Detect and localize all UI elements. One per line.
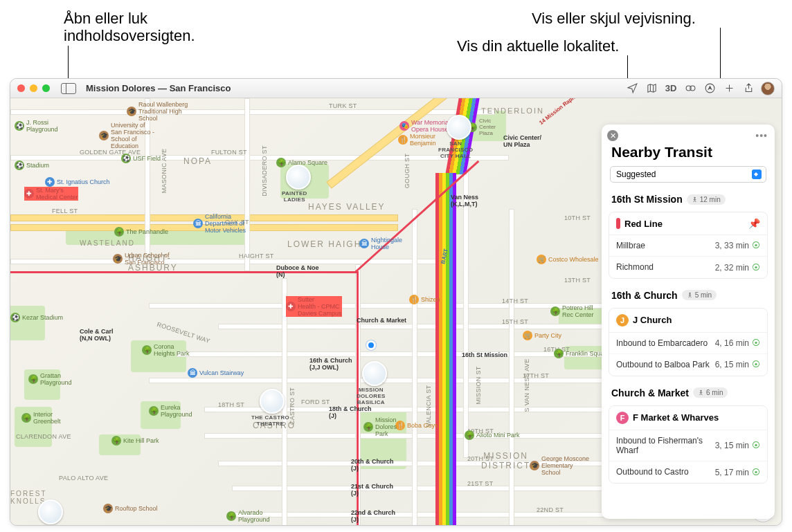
poi-jrossi[interactable]: ⚽J. Rossi Playground xyxy=(15,119,58,133)
account-avatar[interactable] xyxy=(761,82,775,95)
departure-row[interactable]: Outbound to Balboa Park 6, 15 min⦿ xyxy=(609,354,767,375)
stop-18th-church[interactable]: 18th & Church (J) xyxy=(329,405,372,419)
station-header[interactable]: Church & Market 6 min xyxy=(602,383,775,403)
share-button[interactable] xyxy=(741,82,755,95)
departure-row[interactable]: Inbound to Embarcadero 4, 16 min⦿ xyxy=(609,333,767,354)
street-haight: HAIGHT ST xyxy=(239,253,274,259)
filter-select[interactable]: Suggested xyxy=(610,166,766,183)
stop-civic[interactable]: Civic Center/ UN Plaza xyxy=(503,134,541,148)
look-around-button[interactable] xyxy=(683,82,697,95)
minimize-button[interactable] xyxy=(30,84,37,92)
street-mission: MISSION ST xyxy=(475,366,482,404)
poi-raoul[interactable]: 🎓Raoul Wallenberg Traditional High Schoo… xyxy=(127,101,188,122)
line-color-icon xyxy=(616,218,620,229)
poi-nightingale[interactable]: 🏛Nightingale House xyxy=(359,237,402,250)
close-button[interactable] xyxy=(17,84,25,92)
live-icon: ⦿ xyxy=(752,241,760,250)
poi-alioto[interactable]: 🌳Alioto Mini Park xyxy=(465,430,520,440)
poi-alvarado[interactable]: 🌳Alvarado Playground xyxy=(226,509,270,523)
poi-grattan[interactable]: 🌳Grattan Playground xyxy=(28,372,72,386)
poi-potrero[interactable]: 🌳Potrero Hill Rec Center xyxy=(550,304,594,318)
poi-warmem[interactable]: 🎭War Memorial Opera House xyxy=(399,119,450,133)
walk-icon xyxy=(687,292,693,298)
street-fell: FELL ST xyxy=(52,208,78,214)
destination: Inbound to Embarcadero xyxy=(616,338,708,348)
street-15: 15TH ST xyxy=(502,318,528,325)
poi-usf[interactable]: 🎓University of San Francisco - School of… xyxy=(99,122,154,149)
departure-row[interactable]: Richmond 2, 32 min⦿ xyxy=(609,257,767,277)
live-icon: ⦿ xyxy=(752,338,760,348)
poi-kezar[interactable]: ⚽Kezar Stadium xyxy=(10,313,63,322)
transit-card: J J Church Inbound to Embarcadero 4, 16 … xyxy=(609,308,768,376)
stop-church-market[interactable]: Church & Market xyxy=(357,317,406,324)
poi-corona[interactable]: 🌳Corona Heights Park xyxy=(142,343,190,357)
street-svn: S VAN NESS AVE xyxy=(523,359,530,412)
poi-stmary[interactable]: ✚St. Mary's Medical Center xyxy=(24,187,78,201)
poi-boba[interactable]: 🍴Boba Guys xyxy=(395,421,438,430)
stop-21st-church[interactable]: 21st & Church (J) xyxy=(351,483,393,497)
departure-row[interactable]: Millbrae 3, 33 min⦿ xyxy=(609,235,767,257)
poi-usffield[interactable]: ⚽USF Field xyxy=(121,154,161,163)
landmark-basilica[interactable] xyxy=(362,361,387,386)
landmark-label: SAN FRANCISCO CITY HALL xyxy=(438,141,473,159)
poi-rooftop[interactable]: 🎓Rooftop School xyxy=(103,504,158,513)
user-location-dot xyxy=(366,340,376,350)
poi-panhandle[interactable]: 🌳The Panhandle xyxy=(114,227,168,237)
close-icon[interactable]: ✕ xyxy=(607,130,618,141)
line-letter-icon: F xyxy=(616,412,629,424)
svg-point-5 xyxy=(700,390,701,392)
line-name: Red Line xyxy=(624,219,663,229)
window-controls xyxy=(17,84,50,92)
pin-icon[interactable]: 📌 xyxy=(748,218,760,229)
transit-corridor xyxy=(435,173,456,525)
line-header[interactable]: Red Line 📌 xyxy=(609,212,767,235)
poi-cadmv[interactable]: 🏛California Department of Motor Vehicles xyxy=(193,213,246,234)
sidebar-toggle-button[interactable] xyxy=(61,83,76,94)
more-icon[interactable]: ••• xyxy=(755,130,768,141)
stop-duboce[interactable]: Duboce & Noe (N) xyxy=(276,264,319,278)
poi-kite[interactable]: 🌳Kite Hill Park xyxy=(111,436,159,446)
station-header[interactable]: 16th & Church 5 min xyxy=(602,286,775,305)
add-button[interactable] xyxy=(722,82,736,95)
directions-button[interactable] xyxy=(703,82,717,95)
departure-row[interactable]: Outbound to Castro 5, 17 min⦿ xyxy=(609,461,767,482)
map-canvas[interactable]: NOPA HAYES VALLEY TENDERLOIN LOWER HAIGH… xyxy=(10,98,782,525)
landmark-castro-theatre[interactable] xyxy=(260,389,285,414)
map-mode-button[interactable] xyxy=(645,82,658,95)
live-icon: ⦿ xyxy=(752,441,760,450)
poi-stignatius[interactable]: ✚St. Ignatius Church xyxy=(45,177,110,187)
station-header[interactable]: 16th St Mission 12 min xyxy=(602,190,775,209)
line-header[interactable]: F F Market & Wharves xyxy=(609,406,767,430)
landmark-sutro[interactable] xyxy=(38,499,63,524)
landmark-city-hall[interactable] xyxy=(447,115,471,140)
stop-22nd-church[interactable]: 22nd & Church (J) xyxy=(351,509,395,523)
poi-eureka[interactable]: 🌳Eureka Playground xyxy=(149,404,192,418)
zoom-button[interactable] xyxy=(42,84,50,92)
poi-interior[interactable]: 🌳Interior Greenbelt xyxy=(21,411,61,425)
line-header[interactable]: J J Church xyxy=(609,309,767,333)
poi-sutter[interactable]: ✚Sutter Health - CPMC Davies Campus xyxy=(286,296,342,317)
line-name: F Market & Wharves xyxy=(633,412,719,423)
eta: 5, 17 min xyxy=(715,468,749,477)
poi-stadium[interactable]: ⚽Stadium xyxy=(15,160,49,170)
stop-16th-church[interactable]: 16th & Church (J,J OWL) xyxy=(309,357,352,371)
poi-civic-plaza[interactable]: 🌳CivicCenterPlaza xyxy=(467,118,496,136)
current-location-button[interactable] xyxy=(625,82,639,95)
poi-party[interactable]: 🛒Party City xyxy=(523,331,561,340)
poi-shizen[interactable]: 🍴Shizen xyxy=(409,295,440,304)
stop-16th-mission[interactable]: 16th St Mission xyxy=(462,351,507,358)
poi-vulcan[interactable]: 🏛Vulcan Stairway xyxy=(188,368,244,378)
poi-moscone[interactable]: 🎓George Moscone Elementary School xyxy=(530,455,589,476)
departure-row[interactable]: Inbound to Fisherman's Wharf 3, 15 min⦿ xyxy=(609,430,767,462)
stop-cole[interactable]: Cole & Carl (N,N OWL) xyxy=(80,328,114,342)
destination: Inbound to Fisherman's Wharf xyxy=(616,436,710,456)
3d-button[interactable]: 3D xyxy=(664,82,678,95)
destination: Millbrae xyxy=(616,241,645,250)
landmark-painted-ladies[interactable] xyxy=(286,165,311,190)
poi-monsieur[interactable]: 🍴Monsieur Benjamin xyxy=(398,133,436,147)
poi-urban[interactable]: 🎓Urban School of San Francisco xyxy=(113,252,170,266)
poi-costco[interactable]: 🛒Costco Wholesale xyxy=(537,255,599,264)
stop-vanness[interactable]: Van Ness (K,L,M,T) xyxy=(451,194,478,208)
stop-20th-church[interactable]: 20th & Church (J) xyxy=(351,458,394,472)
poi-dolores[interactable]: 🌳Mission Dolores Park xyxy=(363,416,397,437)
